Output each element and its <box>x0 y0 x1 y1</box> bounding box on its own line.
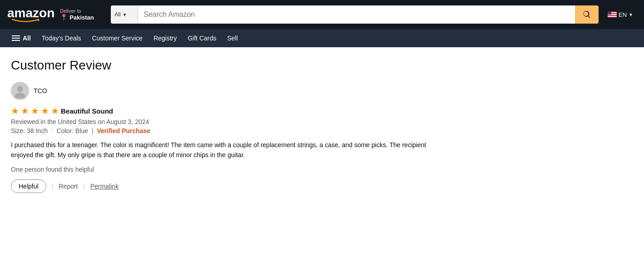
report-link[interactable]: Report <box>59 183 78 190</box>
search-icon <box>582 10 591 19</box>
reviewer-info: TCO <box>11 82 443 100</box>
review-meta: Size: 38 Inch | Color: Blue | Verified P… <box>11 127 443 134</box>
star-1: ★ <box>11 105 19 116</box>
nav-item-registry[interactable]: Registry <box>149 31 181 45</box>
action-separator-2: | <box>83 183 85 190</box>
review-body: I purchased this for a teenager. The col… <box>11 140 443 160</box>
page-title: Customer Review <box>11 58 443 73</box>
star-3: ★ <box>31 105 39 116</box>
nav-all-button[interactable]: All <box>7 31 35 45</box>
smile-icon <box>7 19 44 22</box>
meta-separator-1: | <box>51 127 53 134</box>
main-content: Customer Review TCO ★ ★ ★ ★ ★ Beautiful … <box>0 47 454 204</box>
star-5: ★ <box>51 105 59 116</box>
logo-text: amazon <box>7 7 54 20</box>
navbar: All Today's Deals Customer Service Regis… <box>0 29 644 47</box>
helpful-button[interactable]: Helpful <box>11 179 46 193</box>
action-separator-1: | <box>52 183 54 190</box>
permalink-link[interactable]: Permalink <box>90 183 119 190</box>
lang-chevron-icon: ▼ <box>629 12 633 17</box>
deliver-country: 📍 Pakistan <box>60 14 94 21</box>
svg-point-6 <box>17 86 23 92</box>
review-actions: Helpful | Report | Permalink <box>11 179 443 193</box>
search-dropdown-label: All <box>114 11 120 18</box>
verified-purchase-label: Verified Purchase <box>97 127 150 134</box>
lang-label: EN <box>619 11 627 18</box>
location-icon: 📍 <box>60 14 68 21</box>
review-date: Reviewed in the United States on August … <box>11 118 443 125</box>
header: amazon Deliver to 📍 Pakistan All ▼ <box>0 0 644 29</box>
reviewer-name: TCO <box>34 87 47 94</box>
nav-item-sell[interactable]: Sell <box>223 31 242 45</box>
amazon-logo[interactable]: amazon <box>7 7 54 22</box>
helpful-text: One person found this helpful <box>11 166 443 173</box>
nav-item-customer-service[interactable]: Customer Service <box>88 31 147 45</box>
color-label: Color: Blue <box>57 127 88 134</box>
meta-separator-2: | <box>92 127 94 134</box>
star-4: ★ <box>41 105 49 116</box>
search-category-dropdown[interactable]: All ▼ <box>111 5 138 24</box>
svg-point-7 <box>15 93 25 98</box>
size-label: Size: 38 Inch <box>11 127 48 134</box>
chevron-down-icon: ▼ <box>123 12 127 17</box>
deliver-to[interactable]: Deliver to 📍 Pakistan <box>60 8 105 21</box>
deliver-label: Deliver to <box>60 8 81 14</box>
lang-selector[interactable]: EN ▼ <box>604 10 637 20</box>
flag-icon <box>608 11 617 18</box>
hamburger-icon <box>12 35 20 41</box>
search-bar: All ▼ <box>111 5 599 24</box>
nav-all-label: All <box>23 35 31 42</box>
avatar-icon <box>13 84 27 98</box>
avatar <box>11 82 29 100</box>
nav-item-gift-cards[interactable]: Gift Cards <box>183 31 221 45</box>
search-input[interactable] <box>138 5 575 24</box>
svg-rect-5 <box>608 11 611 15</box>
star-rating: ★ ★ ★ ★ ★ Beautiful Sound <box>11 105 443 116</box>
search-button[interactable] <box>575 5 599 24</box>
review-title: Beautiful Sound <box>61 107 113 115</box>
nav-item-todays-deals[interactable]: Today's Deals <box>37 31 86 45</box>
svg-rect-4 <box>608 16 617 17</box>
star-2: ★ <box>21 105 29 116</box>
